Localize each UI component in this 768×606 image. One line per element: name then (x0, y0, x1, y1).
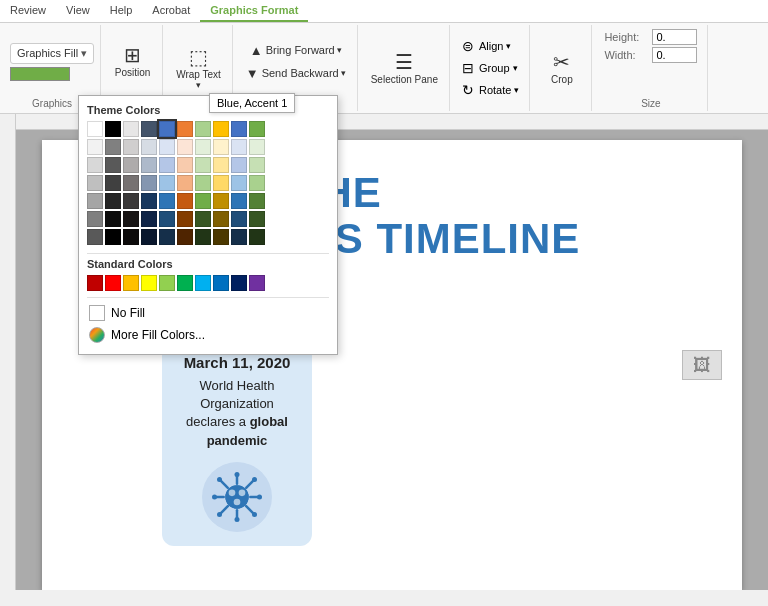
theme-swatch[interactable] (195, 211, 211, 227)
theme-swatch[interactable] (177, 193, 193, 209)
theme-swatch[interactable] (249, 229, 265, 245)
tab-review[interactable]: Review (0, 0, 56, 22)
theme-swatch[interactable] (105, 157, 121, 173)
std-color-green[interactable] (177, 275, 193, 291)
theme-swatch[interactable] (213, 175, 229, 191)
theme-swatch[interactable] (249, 139, 265, 155)
position-button[interactable]: ⊞ Position (110, 42, 156, 81)
std-color-yellow[interactable] (141, 275, 157, 291)
theme-swatch[interactable] (249, 175, 265, 191)
tab-help[interactable]: Help (100, 0, 143, 22)
theme-swatch[interactable] (123, 121, 139, 137)
theme-swatch[interactable] (123, 211, 139, 227)
theme-swatch[interactable] (177, 211, 193, 227)
theme-swatch[interactable] (141, 211, 157, 227)
std-color-purple[interactable] (249, 275, 265, 291)
theme-swatch[interactable] (231, 121, 247, 137)
theme-swatch[interactable] (87, 175, 103, 191)
theme-swatch[interactable] (159, 139, 175, 155)
theme-swatch[interactable] (105, 211, 121, 227)
tab-view[interactable]: View (56, 0, 100, 22)
theme-swatch[interactable] (213, 139, 229, 155)
theme-swatch[interactable] (141, 175, 157, 191)
theme-swatch[interactable] (141, 139, 157, 155)
theme-swatch[interactable] (231, 211, 247, 227)
blue-accent1-swatch[interactable] (159, 121, 175, 137)
theme-swatch[interactable] (141, 193, 157, 209)
theme-swatch[interactable] (159, 211, 175, 227)
theme-swatch[interactable] (141, 157, 157, 173)
theme-swatch[interactable] (231, 139, 247, 155)
theme-swatch[interactable] (159, 229, 175, 245)
std-color-blue[interactable] (213, 275, 229, 291)
wrap-text-button[interactable]: ⬚ Wrap Text ▾ (171, 44, 226, 93)
theme-swatch[interactable] (141, 121, 157, 137)
theme-swatch[interactable] (177, 175, 193, 191)
no-fill-option[interactable]: No Fill (87, 302, 329, 324)
theme-swatch[interactable] (231, 229, 247, 245)
theme-swatch[interactable] (177, 157, 193, 173)
theme-swatch[interactable] (87, 139, 103, 155)
more-fill-colors-option[interactable]: More Fill Colors... (87, 324, 329, 346)
theme-swatch[interactable] (231, 193, 247, 209)
tab-graphics-format[interactable]: Graphics Format (200, 0, 308, 22)
theme-swatch[interactable] (177, 139, 193, 155)
rotate-button[interactable]: ↻ Rotate ▾ (458, 80, 523, 100)
std-color-light-blue[interactable] (195, 275, 211, 291)
theme-swatch[interactable] (177, 229, 193, 245)
small-image[interactable]: 🖼 (682, 350, 722, 380)
fill-color-bar[interactable] (10, 67, 70, 81)
theme-swatch[interactable] (231, 175, 247, 191)
std-color-dark-red[interactable] (87, 275, 103, 291)
width-input[interactable] (652, 47, 697, 63)
theme-swatch[interactable] (141, 229, 157, 245)
theme-swatch[interactable] (213, 121, 229, 137)
theme-swatch[interactable] (123, 193, 139, 209)
theme-swatch[interactable] (249, 193, 265, 209)
group-button[interactable]: ⊟ Group ▾ (458, 58, 522, 78)
theme-swatch[interactable] (195, 139, 211, 155)
theme-swatch[interactable] (249, 121, 265, 137)
std-color-orange[interactable] (123, 275, 139, 291)
align-button[interactable]: ⊜ Align ▾ (458, 36, 515, 56)
theme-swatch[interactable] (213, 229, 229, 245)
theme-swatch[interactable] (159, 157, 175, 173)
theme-swatch[interactable] (123, 229, 139, 245)
std-color-red[interactable] (105, 275, 121, 291)
theme-swatch[interactable] (105, 229, 121, 245)
theme-swatch[interactable] (87, 193, 103, 209)
theme-swatch[interactable] (159, 175, 175, 191)
std-color-dark-blue[interactable] (231, 275, 247, 291)
theme-swatch[interactable] (249, 157, 265, 173)
theme-swatch[interactable] (123, 175, 139, 191)
bring-forward-button[interactable]: ▲ Bring Forward ▾ (245, 40, 347, 61)
theme-swatch[interactable] (87, 211, 103, 227)
theme-swatch[interactable] (159, 193, 175, 209)
theme-swatch[interactable] (177, 121, 193, 137)
theme-swatch[interactable] (195, 229, 211, 245)
theme-swatch[interactable] (195, 193, 211, 209)
theme-swatch[interactable] (105, 175, 121, 191)
theme-swatch[interactable] (105, 193, 121, 209)
tab-acrobat[interactable]: Acrobat (142, 0, 200, 22)
selection-pane-button[interactable]: ☰ Selection Pane (366, 49, 443, 88)
theme-swatch[interactable] (195, 157, 211, 173)
theme-swatch[interactable] (123, 139, 139, 155)
theme-swatch[interactable] (213, 157, 229, 173)
theme-swatch[interactable] (123, 157, 139, 173)
height-input[interactable] (652, 29, 697, 45)
theme-swatch[interactable] (105, 139, 121, 155)
theme-swatch[interactable] (213, 193, 229, 209)
theme-swatch[interactable] (87, 121, 103, 137)
theme-swatch[interactable] (249, 211, 265, 227)
std-color-light-green[interactable] (159, 275, 175, 291)
theme-swatch[interactable] (87, 229, 103, 245)
theme-swatch[interactable] (213, 211, 229, 227)
theme-swatch[interactable] (195, 121, 211, 137)
theme-swatch[interactable] (105, 121, 121, 137)
theme-swatch[interactable] (231, 157, 247, 173)
theme-swatch[interactable] (195, 175, 211, 191)
crop-button[interactable]: ✂ Crop (542, 49, 582, 88)
theme-swatch[interactable] (87, 157, 103, 173)
timeline-card[interactable]: March 11, 2020 World Health Organization… (162, 340, 312, 546)
